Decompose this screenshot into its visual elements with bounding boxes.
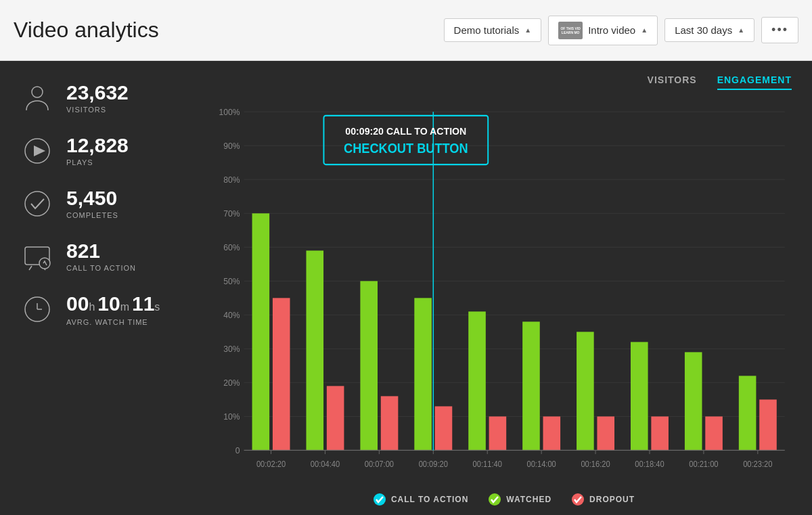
stat-visitors: 23,632 VISITORS bbox=[20, 81, 196, 115]
svg-rect-34 bbox=[273, 298, 290, 450]
svg-rect-35 bbox=[306, 250, 323, 450]
svg-rect-51 bbox=[739, 376, 757, 450]
cta-icon bbox=[20, 240, 54, 273]
person-icon bbox=[20, 81, 54, 115]
cta-label: CALL TO ACTION bbox=[66, 264, 136, 272]
legend-watched: WATCHED bbox=[489, 493, 551, 506]
svg-rect-44 bbox=[543, 416, 561, 450]
chart-tabs: VISITORS ENGAGEMENT bbox=[210, 74, 798, 90]
svg-text:00:04:40: 00:04:40 bbox=[311, 459, 340, 468]
page-title: Video analytics bbox=[14, 18, 444, 43]
chart-area: VISITORS ENGAGEMENT 100%90%80%70%60%50%4… bbox=[210, 61, 812, 515]
watchtime-minutes: 10 bbox=[97, 292, 120, 315]
check-icon bbox=[20, 187, 54, 221]
legend-cta: CALL TO ACTION bbox=[374, 493, 468, 506]
svg-text:50%: 50% bbox=[223, 275, 240, 286]
thumb-text: OF THIS VID LEARN MO bbox=[558, 26, 583, 35]
svg-rect-42 bbox=[489, 416, 507, 450]
svg-rect-38 bbox=[381, 396, 399, 450]
watchtime-hours: 00 bbox=[66, 292, 89, 315]
bars-group bbox=[252, 213, 777, 450]
svg-rect-45 bbox=[577, 332, 594, 450]
video-arrow-icon: ▲ bbox=[641, 26, 648, 34]
svg-text:60%: 60% bbox=[223, 242, 240, 252]
bar-chart: 100%90%80%70%60%50%40%30%20%10%0 00:02:2… bbox=[210, 97, 798, 488]
completes-value: 5,450 bbox=[66, 188, 118, 208]
stat-cta: 821 CALL TO ACTION bbox=[20, 240, 196, 273]
svg-text:00:02:20: 00:02:20 bbox=[256, 459, 286, 468]
svg-rect-40 bbox=[435, 406, 453, 450]
svg-marker-2 bbox=[34, 145, 45, 156]
watched-legend-dot bbox=[489, 493, 501, 506]
cta-value: 821 bbox=[66, 241, 136, 261]
svg-text:100%: 100% bbox=[219, 106, 240, 117]
svg-text:00:11:40: 00:11:40 bbox=[473, 459, 503, 468]
stat-plays: 12,828 PLAYS bbox=[20, 134, 196, 168]
date-label: Last 30 days bbox=[675, 24, 732, 36]
svg-text:70%: 70% bbox=[223, 208, 240, 219]
svg-text:90%: 90% bbox=[223, 140, 240, 151]
svg-rect-48 bbox=[651, 416, 669, 450]
svg-text:00:18:40: 00:18:40 bbox=[635, 459, 664, 468]
date-arrow-icon: ▲ bbox=[738, 26, 744, 34]
video-label: Intro video bbox=[588, 24, 635, 36]
x-axis: 00:02:2000:04:4000:07:0000:09:2000:11:40… bbox=[244, 450, 785, 468]
svg-text:00:09:20  CALL TO ACTION: 00:09:20 CALL TO ACTION bbox=[345, 125, 466, 137]
svg-text:0: 0 bbox=[235, 445, 240, 455]
video-thumbnail: OF THIS VID LEARN MO bbox=[558, 22, 583, 39]
svg-rect-52 bbox=[759, 399, 777, 450]
legend-watched-label: WATCHED bbox=[506, 495, 551, 504]
svg-rect-46 bbox=[597, 416, 614, 450]
plays-value: 12,828 bbox=[66, 135, 129, 156]
svg-line-5 bbox=[29, 266, 32, 270]
clock-icon bbox=[20, 292, 54, 326]
svg-rect-50 bbox=[705, 416, 723, 450]
video-selector[interactable]: OF THIS VID LEARN MO Intro video ▲ bbox=[548, 16, 658, 45]
main-content: 23,632 VISITORS 12,828 PLAYS 5,450 COMPL… bbox=[0, 61, 812, 515]
svg-rect-49 bbox=[685, 352, 702, 450]
tab-engagement[interactable]: ENGAGEMENT bbox=[717, 74, 792, 90]
header-controls: Demo tutorials ▲ OF THIS VID LEARN MO In… bbox=[444, 16, 798, 45]
visitors-value: 23,632 bbox=[66, 83, 129, 103]
cta-legend-dot bbox=[374, 493, 386, 506]
svg-text:00:07:00: 00:07:00 bbox=[365, 459, 394, 468]
chart-container: 100%90%80%70%60%50%40%30%20%10%0 00:02:2… bbox=[210, 97, 798, 488]
tab-visitors[interactable]: VISITORS bbox=[648, 74, 697, 90]
svg-rect-33 bbox=[252, 213, 270, 450]
svg-rect-39 bbox=[414, 298, 432, 450]
legend-dropout: DROPOUT bbox=[572, 493, 635, 506]
svg-point-7 bbox=[39, 258, 50, 269]
stat-completes: 5,450 COMPLETES bbox=[20, 187, 196, 221]
svg-text:20%: 20% bbox=[223, 377, 240, 388]
chart-legend: CALL TO ACTION WATCHED DROPOUT bbox=[210, 488, 798, 508]
svg-text:00:14:00: 00:14:00 bbox=[526, 459, 556, 468]
svg-text:30%: 30% bbox=[223, 343, 240, 354]
svg-rect-37 bbox=[360, 281, 378, 450]
svg-point-3 bbox=[25, 192, 49, 216]
svg-text:00:09:20: 00:09:20 bbox=[419, 459, 449, 468]
svg-text:40%: 40% bbox=[223, 309, 240, 320]
svg-text:80%: 80% bbox=[223, 174, 240, 185]
legend-dropout-label: DROPOUT bbox=[589, 495, 635, 504]
watchtime-label: AVRG. WATCH TIME bbox=[66, 318, 162, 326]
date-selector[interactable]: Last 30 days ▲ bbox=[664, 18, 754, 42]
svg-rect-75 bbox=[323, 116, 488, 164]
svg-text:00:21:00: 00:21:00 bbox=[689, 459, 719, 468]
watchtime-seconds: 11 bbox=[132, 292, 154, 315]
dropout-legend-dot bbox=[572, 493, 584, 506]
more-button[interactable]: ••• bbox=[761, 17, 798, 43]
playlist-arrow-icon: ▲ bbox=[524, 26, 531, 34]
visitors-label: VISITORS bbox=[66, 106, 129, 114]
stat-watchtime: 00 h 10 m 11 s AVRG. WATCH TIME bbox=[20, 292, 196, 326]
watchtime-display: 00 h 10 m 11 s bbox=[66, 292, 162, 315]
svg-point-0 bbox=[32, 87, 43, 97]
svg-rect-47 bbox=[631, 342, 648, 450]
playlist-selector[interactable]: Demo tutorials ▲ bbox=[444, 18, 542, 42]
svg-text:00:16:20: 00:16:20 bbox=[581, 459, 610, 468]
svg-rect-43 bbox=[522, 321, 540, 450]
svg-rect-36 bbox=[327, 386, 344, 450]
stats-sidebar: 23,632 VISITORS 12,828 PLAYS 5,450 COMPL… bbox=[0, 61, 210, 515]
svg-text:00:23:20: 00:23:20 bbox=[743, 459, 773, 468]
playlist-label: Demo tutorials bbox=[454, 24, 520, 36]
svg-text:10%: 10% bbox=[223, 411, 240, 422]
